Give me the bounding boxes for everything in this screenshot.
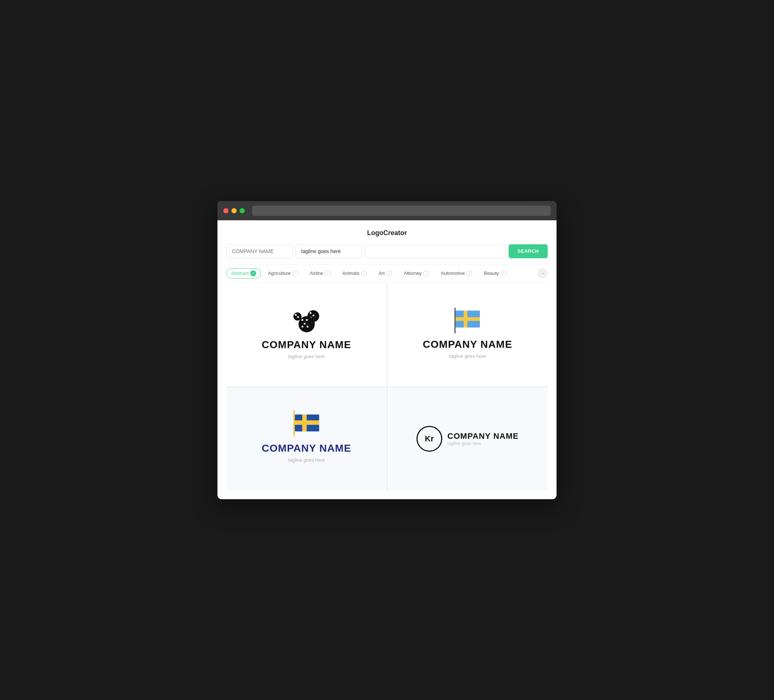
logo4-tagline: tagline goes here bbox=[447, 441, 519, 446]
browser-titlebar bbox=[217, 201, 557, 220]
search-button[interactable]: SEARCH bbox=[509, 244, 548, 258]
cookie-dot bbox=[295, 314, 297, 316]
cookie-dot bbox=[306, 319, 308, 321]
logo-card-4[interactable]: Kr COMPANY NAME tagline goes here bbox=[387, 387, 548, 490]
kr-circle-icon: Kr bbox=[417, 426, 442, 452]
app-content: LogoCreator SEARCH Abstract ✓ Agricultur… bbox=[217, 220, 557, 499]
category-chip-abstract[interactable]: Abstract ✓ bbox=[226, 268, 261, 279]
app-title: LogoCreator bbox=[226, 229, 548, 237]
browser-window: LogoCreator SEARCH Abstract ✓ Agricultur… bbox=[217, 201, 557, 499]
category-label: Animals bbox=[342, 271, 359, 276]
cookie-dot bbox=[313, 315, 314, 317]
category-chip-art[interactable]: Art bbox=[374, 268, 397, 279]
category-chip-beauty[interactable]: Beauty bbox=[479, 268, 511, 279]
category-label: Art bbox=[379, 271, 385, 276]
category-label: Automotive bbox=[441, 271, 465, 276]
cookie-dot bbox=[304, 323, 306, 325]
category-label: Abstract bbox=[231, 271, 249, 276]
category-chip-attorney[interactable]: Attorney bbox=[399, 268, 434, 279]
category-bar: Abstract ✓ Agriculture Airline Animals A… bbox=[226, 264, 548, 282]
logo-card-inner-4: Kr COMPANY NAME tagline goes here bbox=[417, 426, 519, 452]
cookie-dot bbox=[301, 326, 303, 327]
logo1-company-name: COMPANY NAME bbox=[262, 339, 351, 351]
logo-card-3[interactable]: COMPANY NAME tagline goes here bbox=[226, 387, 387, 490]
flag-cross-vertical-colored bbox=[302, 414, 307, 431]
cookie-icon bbox=[293, 310, 319, 332]
check-icon-animals bbox=[361, 271, 367, 276]
search-bar: SEARCH bbox=[226, 244, 548, 258]
flag-cross-vertical bbox=[464, 310, 467, 327]
logo1-tagline: tagline goes here bbox=[288, 354, 325, 359]
category-label: Agriculture bbox=[268, 271, 291, 276]
category-chip-animals[interactable]: Animals bbox=[337, 268, 372, 279]
flag-body-colored bbox=[295, 414, 319, 431]
check-icon-attorney bbox=[423, 271, 429, 276]
logo2-tagline: tagline goes here bbox=[449, 353, 486, 359]
logo-card-inner-1: COMPANY NAME tagline goes here bbox=[262, 310, 351, 359]
close-button[interactable] bbox=[223, 208, 228, 213]
kr-text-block: COMPANY NAME tagline goes here bbox=[447, 431, 519, 446]
flag-outline-icon bbox=[455, 310, 480, 332]
logo-card-1[interactable]: COMPANY NAME tagline goes here bbox=[226, 283, 387, 386]
minimize-button[interactable] bbox=[232, 208, 237, 213]
logo3-tagline: tagline goes here bbox=[288, 457, 325, 463]
maximize-button[interactable] bbox=[240, 208, 245, 213]
cookie-dot bbox=[307, 326, 309, 327]
kr-logo: Kr COMPANY NAME tagline goes here bbox=[417, 426, 519, 452]
flag-cross-horizontal-colored bbox=[295, 420, 319, 425]
cookie-dot bbox=[297, 316, 299, 318]
flag-colored-icon bbox=[293, 414, 319, 436]
next-arrow-button[interactable]: → bbox=[538, 268, 548, 279]
check-icon-automotive bbox=[466, 271, 472, 276]
check-icon-art bbox=[386, 271, 392, 276]
logo2-company-name: COMPANY NAME bbox=[423, 338, 512, 350]
company-name-input[interactable] bbox=[226, 244, 293, 258]
cookie-dot bbox=[301, 319, 303, 321]
logo-card-2[interactable]: COMPANY NAME tagline goes here bbox=[387, 283, 548, 386]
logo-card-inner-2: COMPANY NAME tagline goes here bbox=[423, 310, 512, 359]
logo4-company-name: COMPANY NAME bbox=[447, 431, 519, 441]
tagline-input[interactable] bbox=[296, 244, 362, 258]
category-chip-automotive[interactable]: Automotive bbox=[436, 268, 477, 279]
cookie-dot bbox=[309, 312, 311, 314]
check-icon-agriculture bbox=[292, 271, 298, 276]
flag-cross-horizontal bbox=[456, 317, 480, 321]
cookie-circle-big bbox=[299, 316, 315, 332]
category-label: Airline bbox=[310, 271, 323, 276]
logo3-company-name: COMPANY NAME bbox=[262, 442, 351, 454]
category-chip-agriculture[interactable]: Agriculture bbox=[263, 268, 303, 279]
check-icon-airline bbox=[325, 271, 331, 276]
flag-body bbox=[456, 310, 480, 327]
category-label: Attorney bbox=[404, 271, 422, 276]
logo-grid: COMPANY NAME tagline goes here COMPANY N… bbox=[226, 283, 548, 490]
category-chip-airline[interactable]: Airline bbox=[305, 268, 336, 279]
url-bar[interactable] bbox=[252, 206, 551, 216]
extra-input[interactable] bbox=[365, 244, 506, 258]
logo-card-inner-3: COMPANY NAME tagline goes here bbox=[262, 414, 351, 463]
category-label: Beauty bbox=[484, 271, 499, 276]
check-icon-abstract: ✓ bbox=[250, 271, 256, 276]
check-icon-beauty bbox=[501, 271, 506, 276]
